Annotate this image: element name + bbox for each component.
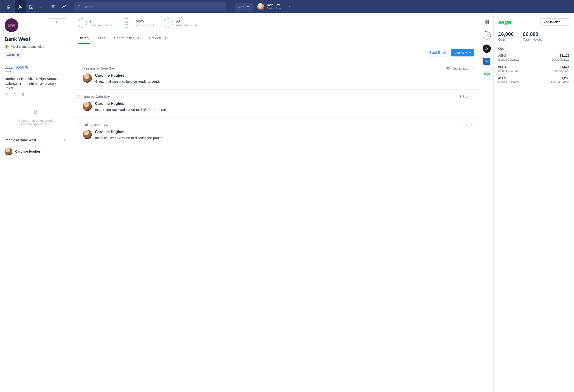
person-add-icon xyxy=(32,109,39,116)
plus-icon xyxy=(246,5,249,8)
invoice-row[interactable]: #SI-4 Issued 09/28/22 £1,625 Due 10/28/2… xyxy=(498,65,569,73)
tab-history[interactable]: History xyxy=(78,33,90,44)
map-icon[interactable] xyxy=(12,93,17,97)
edit-group: Edit xyxy=(49,18,66,25)
tab-files[interactable]: Files xyxy=(97,33,106,44)
customer-tag[interactable]: Customer xyxy=(5,52,22,58)
user-shop: Design Shop xyxy=(266,7,282,10)
avatar xyxy=(83,102,92,111)
outlook-icon[interactable] xyxy=(483,58,490,65)
kpi-pipeline[interactable]: $0 Pipeline Value xyxy=(164,18,198,28)
add-invoice-dropdown[interactable] xyxy=(563,18,569,26)
address-label: Postal xyxy=(5,86,66,90)
address-icons xyxy=(5,93,66,97)
avatar xyxy=(83,130,92,139)
bars-icon[interactable] xyxy=(37,0,48,13)
pipeline-icon xyxy=(164,18,173,28)
add-invoice-button[interactable]: Add Invoice xyxy=(540,18,563,26)
tab-opportunities[interactable]: Opportunities 0 xyxy=(113,33,141,44)
edit-dropdown[interactable] xyxy=(60,18,66,25)
add-label: Add xyxy=(238,5,245,9)
list-icon[interactable] xyxy=(48,0,59,13)
svg-rect-1 xyxy=(29,5,33,9)
alert-row[interactable]: ! Missing important fields xyxy=(5,44,66,49)
svg-point-3 xyxy=(6,94,7,95)
layout: BW Edit Bank West ! Missing important fi… xyxy=(0,13,574,392)
sage-logo: sage xyxy=(498,19,511,26)
people-heading: People at Bank West xyxy=(5,138,66,142)
apps-grid-icon[interactable] xyxy=(483,18,491,26)
svg-rect-7 xyxy=(485,20,486,22)
svg-rect-8 xyxy=(487,20,488,22)
avatar xyxy=(5,148,12,155)
svg-rect-9 xyxy=(485,22,486,24)
plus-icon[interactable] xyxy=(63,138,66,142)
projects-icon xyxy=(78,18,87,28)
search-wrap xyxy=(74,2,226,11)
calendar-icon xyxy=(122,18,131,28)
org-avatar: BW xyxy=(5,18,18,32)
caret-down-icon xyxy=(289,5,291,8)
center-panel: 1 Open Projects Today Last Contact $0 Pi… xyxy=(71,13,480,392)
sage-app-icon[interactable]: sage xyxy=(483,70,491,78)
user-name: Jade Say xyxy=(266,3,282,7)
svg-rect-10 xyxy=(487,22,488,24)
log-activity-button[interactable]: Log Activity xyxy=(451,49,474,57)
left-panel: BW Edit Bank West ! Missing important fi… xyxy=(0,13,71,392)
calendar-icon[interactable] xyxy=(26,0,37,13)
chevron-down-icon xyxy=(565,21,567,23)
activity-item: Call by Jade Say 1 Sep Caroline Hughes I… xyxy=(71,118,480,146)
nav-icons xyxy=(4,0,70,13)
svg-point-6 xyxy=(79,67,80,68)
apps-rail: sage xyxy=(480,13,494,392)
section-open: Open xyxy=(498,47,569,51)
phone-number[interactable]: 0111 4556678 xyxy=(5,65,66,70)
svg-point-2 xyxy=(78,5,80,7)
user-avatar xyxy=(257,3,264,10)
total-invoiced: £6,000 Total Invoiced xyxy=(523,31,543,41)
warning-icon: ! xyxy=(5,44,9,49)
chart-icon[interactable] xyxy=(59,0,70,13)
svg-point-11 xyxy=(486,49,486,50)
invoice-row[interactable]: #SI-5 Issued 08/31/22 £1,250 Due in 2 da… xyxy=(498,76,569,84)
chevron-down-icon xyxy=(62,21,64,23)
activity-item: Meeting by Jade Say 30 minutes ago Carol… xyxy=(71,61,480,90)
person-row[interactable]: Caroline Hughes xyxy=(5,148,66,155)
meeting-icon xyxy=(77,67,80,70)
list-icon[interactable] xyxy=(57,138,60,142)
chevron-down-icon[interactable] xyxy=(471,95,474,98)
search-input[interactable] xyxy=(74,2,226,11)
svg-rect-4 xyxy=(125,22,128,24)
tabs: History Files Opportunities 0 Projects 1 xyxy=(71,33,480,44)
address: Northwest Branch, 16 High Street, Oaktow… xyxy=(5,76,66,86)
total-open: £6,000 Open xyxy=(498,31,514,41)
search-icon xyxy=(77,5,81,9)
org-name: Bank West xyxy=(5,36,66,42)
background-info-empty[interactable]: No information recorded Add background i… xyxy=(5,103,66,132)
svg-point-5 xyxy=(78,67,78,68)
note-icon xyxy=(77,95,80,98)
pin-icon[interactable] xyxy=(5,93,9,97)
chevron-down-icon[interactable] xyxy=(471,67,474,70)
sage-panel: sage Add Invoice £6,000 Open £6,000 Tota… xyxy=(494,13,574,392)
kpi-row: 1 Open Projects Today Last Contact $0 Pi… xyxy=(71,13,480,33)
add-button[interactable]: Add xyxy=(235,3,253,11)
edit-button[interactable]: Edit xyxy=(49,18,60,25)
phone-icon xyxy=(77,123,80,127)
chevron-down-icon[interactable] xyxy=(471,123,474,127)
invoice-row[interactable]: #SI-3 Issued 09/28/22 £3,125 Due 10/28/2… xyxy=(498,54,569,61)
svg-point-0 xyxy=(19,5,21,7)
rss-icon[interactable] xyxy=(483,44,491,53)
home-icon[interactable] xyxy=(4,0,15,13)
svg-rect-13 xyxy=(484,60,487,63)
topbar: Add Jade Say Design Shop xyxy=(0,0,574,13)
user-menu[interactable]: Jade Say Design Shop xyxy=(257,3,291,10)
kpi-projects[interactable]: 1 Open Projects xyxy=(78,18,113,28)
check-circle-icon[interactable] xyxy=(483,31,491,39)
person-icon[interactable] xyxy=(15,0,26,13)
send-email-button[interactable]: Send Email xyxy=(426,49,449,57)
tab-projects[interactable]: Projects 1 xyxy=(148,33,168,44)
kpi-contact[interactable]: Today Last Contact xyxy=(122,18,155,28)
list-alt-icon[interactable] xyxy=(20,93,24,97)
activity-item: Note by Jade Say 8 Sep Caroline Hughes I… xyxy=(71,90,480,118)
